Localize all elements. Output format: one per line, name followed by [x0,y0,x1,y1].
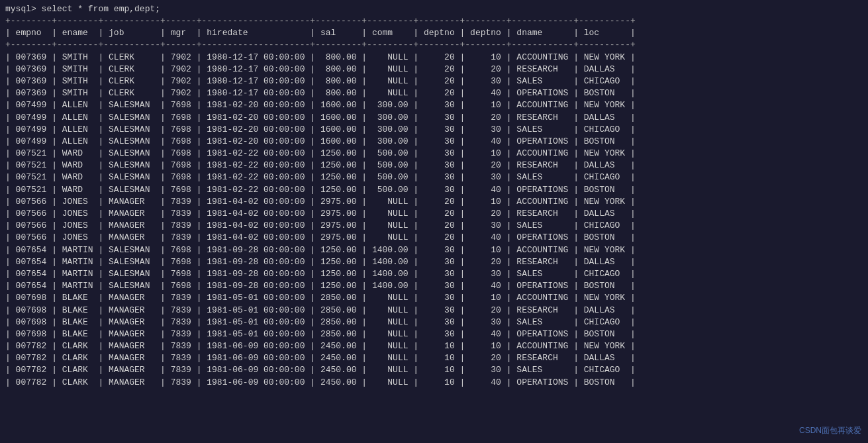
table-body: | 007369 | SMITH | CLERK | 7902 | 1980-1… [0,52,868,389]
table-row: | 007369 | SMITH | CLERK | 7902 | 1980-1… [0,75,868,87]
table-row: | 007521 | WARD | SALESMAN | 7698 | 1981… [0,184,868,196]
table-row: | 007566 | JONES | MANAGER | 7839 | 1981… [0,232,868,244]
table-header: | empno | ename | job | mgr | hiredate |… [0,27,868,39]
table-row: | 007654 | MARTIN | SALESMAN | 7698 | 19… [0,256,868,268]
table-row: | 007369 | SMITH | CLERK | 7902 | 1980-1… [0,87,868,99]
watermark: CSDN面包再谈爱 [799,425,861,436]
sql-prompt: mysql> select * from emp,dept; [0,3,868,15]
table-row: | 007698 | BLAKE | MANAGER | 7839 | 1981… [0,317,868,328]
table-row: | 007369 | SMITH | CLERK | 7902 | 1980-1… [0,64,868,75]
table-row: | 007698 | BLAKE | MANAGER | 7839 | 1981… [0,292,868,304]
table-row: | 007782 | CLARK | MANAGER | 7839 | 1981… [0,377,868,389]
table-row: | 007654 | MARTIN | SALESMAN | 7698 | 19… [0,280,868,292]
table-row: | 007521 | WARD | SALESMAN | 7698 | 1981… [0,172,868,183]
table-row: | 007499 | ALLEN | SALESMAN | 7698 | 198… [0,136,868,148]
table-row: | 007369 | SMITH | CLERK | 7902 | 1980-1… [0,52,868,64]
table-row: | 007782 | CLARK | MANAGER | 7839 | 1981… [0,364,868,376]
table-row: | 007566 | JONES | MANAGER | 7839 | 1981… [0,196,868,208]
table-row: | 007566 | JONES | MANAGER | 7839 | 1981… [0,220,868,232]
table-row: | 007782 | CLARK | MANAGER | 7839 | 1981… [0,352,868,364]
terminal-window: mysql> select * from emp,dept; +--------… [0,0,868,443]
table-row: | 007521 | WARD | SALESMAN | 7698 | 1981… [0,160,868,172]
divider-mid: +--------+--------+-----------+------+--… [0,39,868,51]
table-row: | 007782 | CLARK | MANAGER | 7839 | 1981… [0,340,868,352]
table-row: | 007654 | MARTIN | SALESMAN | 7698 | 19… [0,244,868,256]
divider-top: +--------+--------+-----------+------+--… [0,15,868,27]
table-row: | 007499 | ALLEN | SALESMAN | 7698 | 198… [0,99,868,111]
table-row: | 007499 | ALLEN | SALESMAN | 7698 | 198… [0,124,868,136]
table-row: | 007698 | BLAKE | MANAGER | 7839 | 1981… [0,305,868,317]
table-row: | 007499 | ALLEN | SALESMAN | 7698 | 198… [0,112,868,124]
table-row: | 007566 | JONES | MANAGER | 7839 | 1981… [0,208,868,220]
table-row: | 007521 | WARD | SALESMAN | 7698 | 1981… [0,148,868,160]
table-row: | 007654 | MARTIN | SALESMAN | 7698 | 19… [0,268,868,280]
table-row: | 007698 | BLAKE | MANAGER | 7839 | 1981… [0,328,868,340]
